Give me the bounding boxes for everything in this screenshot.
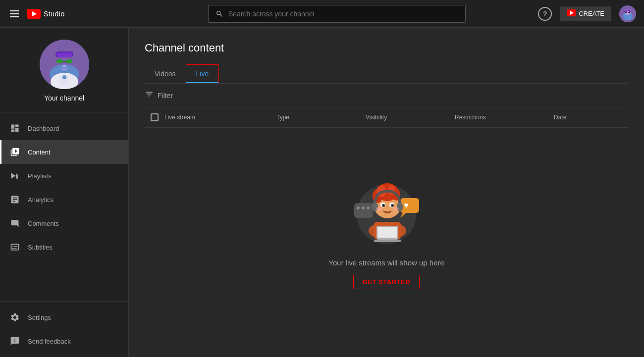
sidebar-item-playlists[interactable]: Playlists [0, 164, 128, 188]
studio-label: Studio [44, 10, 65, 18]
search-icon [215, 10, 223, 18]
svg-point-27 [357, 206, 360, 209]
comments-icon [10, 218, 20, 228]
svg-point-28 [362, 206, 365, 209]
playlists-icon [10, 171, 20, 181]
svg-rect-17 [56, 52, 72, 57]
svg-point-50 [376, 207, 382, 211]
feedback-icon [10, 336, 20, 346]
svg-rect-8 [626, 10, 630, 11]
page-title: Channel content [145, 42, 628, 54]
svg-rect-26 [354, 203, 373, 218]
content-icon [10, 147, 20, 157]
header-left: Studio [8, 8, 137, 19]
table-header: Live stream Type Visibility Restrictions… [145, 107, 628, 128]
sidebar-item-label: Comments [28, 220, 59, 227]
select-all-checkbox[interactable] [145, 113, 164, 121]
create-button[interactable]: CREATE [560, 6, 611, 21]
svg-point-49 [391, 204, 394, 207]
col-visibility: Visibility [366, 114, 455, 121]
sidebar-item-dashboard[interactable]: Dashboard [0, 116, 128, 140]
search-input[interactable] [228, 10, 458, 18]
sidebar-item-label: Settings [28, 314, 51, 321]
svg-rect-12 [629, 11, 631, 12]
empty-state: ♥ [145, 128, 628, 309]
sidebar-item-label: Dashboard [28, 125, 59, 132]
svg-rect-19 [66, 59, 72, 63]
svg-text:♥: ♥ [404, 201, 409, 209]
sidebar-item-label: Subtitles [28, 244, 53, 251]
logo[interactable]: Studio [27, 9, 65, 19]
sidebar-item-subtitles[interactable]: Subtitles [0, 235, 128, 259]
empty-illustration: ♥ [347, 167, 426, 247]
nav-items: Dashboard Content Playlists [0, 112, 128, 301]
main-layout: Your channel Dashboard Content [0, 28, 644, 357]
col-type: Type [276, 114, 366, 121]
header-right: ? CREATE [537, 5, 636, 22]
channel-profile: Your channel [0, 28, 128, 112]
sidebar-item-feedback[interactable]: Send feedback [0, 329, 128, 353]
dashboard-icon [10, 123, 20, 133]
col-restrictions: Restrictions [455, 114, 554, 121]
tabs: Videos Live [145, 64, 628, 84]
svg-point-24 [62, 75, 66, 79]
create-video-icon [567, 9, 576, 18]
tab-live[interactable]: Live [186, 64, 219, 83]
help-button[interactable]: ? [538, 7, 552, 21]
header: Studio ? CREATE [0, 0, 644, 28]
search-bar [137, 5, 537, 23]
tab-videos[interactable]: Videos [145, 64, 186, 83]
content-area: Channel content Videos Live Filter Live … [129, 28, 644, 357]
svg-point-48 [382, 204, 385, 207]
svg-point-29 [367, 206, 370, 209]
checkbox[interactable] [151, 113, 159, 121]
filter-bar: Filter [145, 84, 628, 107]
empty-state-text: Your live streams will show up here [328, 258, 444, 267]
get-started-button[interactable]: GET STARTED [353, 275, 420, 289]
sidebar-bottom: Settings Send feedback [0, 301, 128, 357]
sidebar-item-settings[interactable]: Settings [0, 306, 128, 329]
svg-rect-36 [377, 227, 397, 238]
filter-label[interactable]: Filter [158, 92, 173, 100]
svg-point-21 [62, 65, 66, 67]
col-date: Date [554, 114, 628, 121]
search-wrapper [208, 5, 466, 23]
create-label: CREATE [579, 10, 604, 17]
youtube-icon [27, 9, 41, 19]
col-live-stream: Live stream [164, 114, 276, 121]
sidebar-item-analytics[interactable]: Analytics [0, 188, 128, 211]
subtitles-icon [10, 242, 20, 252]
sidebar-item-label: Playlists [28, 172, 52, 180]
svg-rect-18 [56, 59, 62, 63]
channel-name: Your channel [44, 94, 84, 102]
settings-icon [10, 312, 20, 322]
svg-rect-37 [374, 240, 401, 242]
sidebar-item-label: Analytics [28, 196, 54, 204]
sidebar-item-content[interactable]: Content [0, 140, 128, 164]
svg-rect-11 [624, 11, 626, 12]
sidebar-item-comments[interactable]: Comments [0, 211, 128, 235]
menu-icon[interactable] [8, 8, 21, 19]
svg-point-51 [393, 207, 399, 211]
analytics-icon [10, 195, 20, 204]
sidebar-item-label: Send feedback [28, 338, 71, 345]
svg-rect-30 [400, 198, 419, 213]
filter-icon [145, 90, 154, 101]
channel-avatar[interactable] [40, 40, 89, 89]
sidebar: Your channel Dashboard Content [0, 28, 129, 357]
avatar[interactable] [619, 5, 636, 22]
sidebar-item-label: Content [28, 149, 51, 156]
